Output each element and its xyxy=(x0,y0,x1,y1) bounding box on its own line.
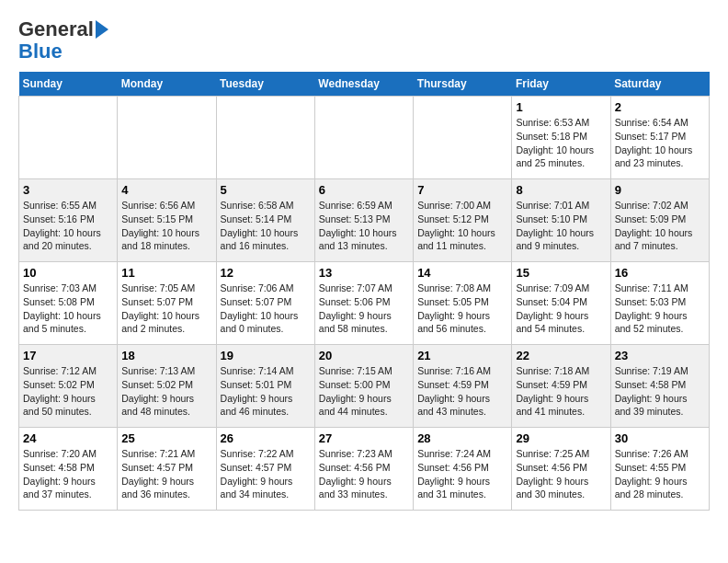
calendar-cell: 6Sunrise: 6:59 AM Sunset: 5:13 PM Daylig… xyxy=(314,179,413,262)
calendar-cell: 26Sunrise: 7:22 AM Sunset: 4:57 PM Dayli… xyxy=(216,428,314,511)
day-info: Sunrise: 7:02 AM Sunset: 5:09 PM Dayligh… xyxy=(615,199,705,253)
week-row-2: 3Sunrise: 6:55 AM Sunset: 5:16 PM Daylig… xyxy=(19,179,710,262)
calendar-cell: 9Sunrise: 7:02 AM Sunset: 5:09 PM Daylig… xyxy=(610,179,709,262)
day-number: 11 xyxy=(121,266,211,280)
calendar-table: SundayMondayTuesdayWednesdayThursdayFrid… xyxy=(18,72,710,511)
day-info: Sunrise: 6:58 AM Sunset: 5:14 PM Dayligh… xyxy=(221,199,311,253)
day-info: Sunrise: 7:24 AM Sunset: 4:56 PM Dayligh… xyxy=(417,447,507,501)
calendar-cell xyxy=(414,97,512,179)
day-number: 5 xyxy=(221,183,311,197)
calendar-cell xyxy=(118,97,216,179)
weekday-header-friday: Friday xyxy=(512,72,610,97)
calendar-cell: 3Sunrise: 6:55 AM Sunset: 5:16 PM Daylig… xyxy=(19,179,118,262)
weekday-header-monday: Monday xyxy=(118,72,216,97)
logo-blue: Blue xyxy=(18,40,63,63)
day-info: Sunrise: 7:11 AM Sunset: 5:03 PM Dayligh… xyxy=(615,282,705,336)
day-number: 12 xyxy=(221,266,311,280)
calendar-cell: 20Sunrise: 7:15 AM Sunset: 5:00 PM Dayli… xyxy=(314,345,413,428)
calendar-cell: 23Sunrise: 7:19 AM Sunset: 4:58 PM Dayli… xyxy=(610,345,709,428)
calendar-cell: 27Sunrise: 7:23 AM Sunset: 4:56 PM Dayli… xyxy=(314,428,413,511)
day-number: 16 xyxy=(615,266,705,280)
day-number: 24 xyxy=(23,431,113,445)
day-number: 19 xyxy=(221,349,311,362)
day-number: 6 xyxy=(319,183,409,197)
day-number: 14 xyxy=(417,266,507,280)
day-number: 9 xyxy=(615,183,705,197)
calendar-cell: 22Sunrise: 7:18 AM Sunset: 4:59 PM Dayli… xyxy=(512,345,610,428)
day-number: 22 xyxy=(516,349,606,362)
day-number: 7 xyxy=(417,183,507,197)
day-info: Sunrise: 7:14 AM Sunset: 5:01 PM Dayligh… xyxy=(221,364,311,419)
day-number: 8 xyxy=(516,183,606,197)
calendar-cell: 1Sunrise: 6:53 AM Sunset: 5:18 PM Daylig… xyxy=(512,97,610,179)
day-number: 13 xyxy=(319,266,409,280)
day-info: Sunrise: 7:08 AM Sunset: 5:05 PM Dayligh… xyxy=(417,282,507,336)
calendar-cell: 12Sunrise: 7:06 AM Sunset: 5:07 PM Dayli… xyxy=(216,262,314,345)
day-info: Sunrise: 7:20 AM Sunset: 4:58 PM Dayligh… xyxy=(23,447,113,501)
day-info: Sunrise: 7:01 AM Sunset: 5:10 PM Dayligh… xyxy=(516,199,606,253)
page-header: General Blue xyxy=(18,18,710,63)
day-number: 3 xyxy=(23,183,113,197)
day-info: Sunrise: 7:15 AM Sunset: 5:00 PM Dayligh… xyxy=(319,364,409,419)
day-number: 1 xyxy=(516,100,606,114)
day-number: 25 xyxy=(121,431,211,445)
day-number: 10 xyxy=(23,266,113,280)
day-number: 2 xyxy=(615,100,705,114)
weekday-header-wednesday: Wednesday xyxy=(314,72,413,97)
calendar-cell: 21Sunrise: 7:16 AM Sunset: 4:59 PM Dayli… xyxy=(414,345,512,428)
calendar-cell: 7Sunrise: 7:00 AM Sunset: 5:12 PM Daylig… xyxy=(414,179,512,262)
calendar-cell: 17Sunrise: 7:12 AM Sunset: 5:02 PM Dayli… xyxy=(19,345,118,428)
calendar-cell xyxy=(216,97,314,179)
day-info: Sunrise: 7:05 AM Sunset: 5:07 PM Dayligh… xyxy=(121,282,211,336)
week-row-5: 24Sunrise: 7:20 AM Sunset: 4:58 PM Dayli… xyxy=(19,428,710,511)
day-info: Sunrise: 7:16 AM Sunset: 4:59 PM Dayligh… xyxy=(417,364,507,419)
weekday-header-saturday: Saturday xyxy=(610,72,709,97)
day-info: Sunrise: 7:22 AM Sunset: 4:57 PM Dayligh… xyxy=(221,447,311,501)
day-info: Sunrise: 7:18 AM Sunset: 4:59 PM Dayligh… xyxy=(516,364,606,419)
calendar-cell: 15Sunrise: 7:09 AM Sunset: 5:04 PM Dayli… xyxy=(512,262,610,345)
day-number: 30 xyxy=(615,431,705,445)
calendar-cell: 19Sunrise: 7:14 AM Sunset: 5:01 PM Dayli… xyxy=(216,345,314,428)
day-info: Sunrise: 7:07 AM Sunset: 5:06 PM Dayligh… xyxy=(319,282,409,336)
calendar-cell: 2Sunrise: 6:54 AM Sunset: 5:17 PM Daylig… xyxy=(610,97,709,179)
day-info: Sunrise: 7:21 AM Sunset: 4:57 PM Dayligh… xyxy=(121,447,211,501)
day-info: Sunrise: 7:00 AM Sunset: 5:12 PM Dayligh… xyxy=(417,199,507,253)
day-number: 21 xyxy=(417,349,507,362)
day-info: Sunrise: 7:13 AM Sunset: 5:02 PM Dayligh… xyxy=(121,364,211,419)
day-number: 18 xyxy=(121,349,211,362)
week-row-3: 10Sunrise: 7:03 AM Sunset: 5:08 PM Dayli… xyxy=(19,262,710,345)
day-info: Sunrise: 7:06 AM Sunset: 5:07 PM Dayligh… xyxy=(221,282,311,336)
calendar-cell: 8Sunrise: 7:01 AM Sunset: 5:10 PM Daylig… xyxy=(512,179,610,262)
day-number: 26 xyxy=(221,431,311,445)
day-info: Sunrise: 6:56 AM Sunset: 5:15 PM Dayligh… xyxy=(121,199,211,253)
day-info: Sunrise: 7:26 AM Sunset: 4:55 PM Dayligh… xyxy=(615,447,705,501)
calendar-cell: 10Sunrise: 7:03 AM Sunset: 5:08 PM Dayli… xyxy=(19,262,118,345)
day-info: Sunrise: 6:54 AM Sunset: 5:17 PM Dayligh… xyxy=(615,116,705,170)
calendar-cell: 5Sunrise: 6:58 AM Sunset: 5:14 PM Daylig… xyxy=(216,179,314,262)
day-info: Sunrise: 6:55 AM Sunset: 5:16 PM Dayligh… xyxy=(23,199,113,253)
day-number: 29 xyxy=(516,431,606,445)
calendar-cell: 14Sunrise: 7:08 AM Sunset: 5:05 PM Dayli… xyxy=(414,262,512,345)
day-info: Sunrise: 7:19 AM Sunset: 4:58 PM Dayligh… xyxy=(615,364,705,419)
calendar-cell: 18Sunrise: 7:13 AM Sunset: 5:02 PM Dayli… xyxy=(118,345,216,428)
calendar-cell: 28Sunrise: 7:24 AM Sunset: 4:56 PM Dayli… xyxy=(414,428,512,511)
weekday-header-sunday: Sunday xyxy=(19,72,118,97)
calendar-cell: 24Sunrise: 7:20 AM Sunset: 4:58 PM Dayli… xyxy=(19,428,118,511)
calendar-cell: 11Sunrise: 7:05 AM Sunset: 5:07 PM Dayli… xyxy=(118,262,216,345)
logo-general: General xyxy=(18,18,94,40)
day-info: Sunrise: 7:09 AM Sunset: 5:04 PM Dayligh… xyxy=(516,282,606,336)
weekday-header-thursday: Thursday xyxy=(414,72,512,97)
day-number: 17 xyxy=(23,349,113,362)
day-number: 20 xyxy=(319,349,409,362)
calendar-cell: 4Sunrise: 6:56 AM Sunset: 5:15 PM Daylig… xyxy=(118,179,216,262)
weekday-header-row: SundayMondayTuesdayWednesdayThursdayFrid… xyxy=(19,72,710,97)
day-info: Sunrise: 6:59 AM Sunset: 5:13 PM Dayligh… xyxy=(319,199,409,253)
calendar-cell: 30Sunrise: 7:26 AM Sunset: 4:55 PM Dayli… xyxy=(610,428,709,511)
week-row-1: 1Sunrise: 6:53 AM Sunset: 5:18 PM Daylig… xyxy=(19,97,710,179)
day-number: 4 xyxy=(121,183,211,197)
calendar-cell xyxy=(314,97,413,179)
calendar-cell xyxy=(19,97,118,179)
day-info: Sunrise: 7:25 AM Sunset: 4:56 PM Dayligh… xyxy=(516,447,606,501)
logo: General Blue xyxy=(18,18,108,63)
calendar-cell: 25Sunrise: 7:21 AM Sunset: 4:57 PM Dayli… xyxy=(118,428,216,511)
